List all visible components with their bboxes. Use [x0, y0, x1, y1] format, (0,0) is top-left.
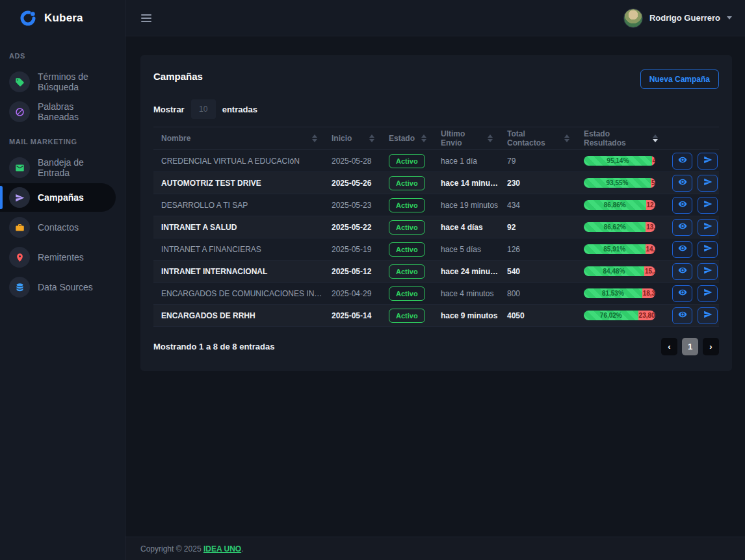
table-row: DESARROLLO A TI SAP 2025-05-23 Activo ha… — [153, 194, 719, 216]
sort-icon — [488, 134, 493, 142]
send-button[interactable] — [698, 219, 718, 236]
results-ok-segment: 95,14% — [584, 156, 652, 166]
column-header[interactable]: Total Contactos — [499, 129, 576, 147]
column-label: Inicio — [332, 134, 352, 143]
cell-inicio: 2025-05-26 — [324, 179, 381, 188]
cell-nombre: ENCARGADOS DE COMUNICACIONES INTERNAS — [153, 289, 324, 298]
send-icon — [703, 310, 712, 321]
sidebar-item-label: Palabras Baneadas — [38, 101, 116, 122]
sort-icon — [564, 134, 569, 142]
send-button[interactable] — [698, 285, 718, 302]
view-button[interactable] — [672, 307, 692, 324]
column-label: Estado Resultados — [584, 129, 649, 147]
cell-total-contactos: 92 — [499, 223, 576, 232]
row-actions — [664, 219, 719, 236]
kubera-logo-icon — [20, 10, 36, 27]
cell-total-contactos: 540 — [499, 267, 576, 276]
view-button[interactable] — [672, 175, 692, 192]
send-icon — [703, 288, 712, 299]
eye-icon — [678, 266, 687, 277]
page-footer: Copyright © 2025 IDEA UNO. — [125, 537, 745, 560]
cell-ultimo-envio: hace 9 minutos — [433, 311, 499, 320]
sidebar-nav: ADS Términos de Búsqueda Palabras Banead… — [0, 36, 125, 303]
send-button[interactable] — [698, 175, 718, 192]
status-badge: Activo — [389, 242, 425, 257]
sort-icon — [421, 134, 426, 142]
view-button[interactable] — [672, 241, 692, 258]
results-fail-segment: 12,9 — [646, 200, 655, 210]
sidebar-item[interactable]: Palabras Baneadas — [0, 97, 116, 126]
sidebar-item[interactable]: Términos de Búsqueda — [0, 68, 116, 96]
view-button[interactable] — [672, 197, 692, 214]
row-actions — [664, 241, 719, 258]
pagination-page-button[interactable]: 1 — [682, 338, 698, 355]
campaigns-card: Campañas Nueva Campaña Mostrar 10 entrad… — [140, 55, 732, 371]
hamburger-menu-icon[interactable] — [141, 14, 151, 22]
send-button[interactable] — [698, 241, 718, 258]
cell-total-contactos: 800 — [499, 289, 576, 298]
showing-entries-text: Mostrando 1 a 8 de 8 entradas — [153, 342, 274, 351]
sort-icon — [653, 134, 658, 142]
eye-icon — [678, 199, 687, 210]
results-ok-segment: 86,86% — [584, 200, 646, 210]
send-button[interactable] — [698, 153, 718, 170]
sidebar-item[interactable]: Campañas — [0, 183, 116, 212]
entries-select[interactable]: 10 — [191, 99, 216, 119]
cell-nombre: ENCARGADOS DE RRHH — [153, 311, 324, 320]
results-progress-bar: 81,53% 18,3 — [584, 288, 655, 298]
view-button[interactable] — [672, 153, 692, 170]
idea-uno-link[interactable]: IDEA UNO — [203, 544, 241, 554]
cell-ultimo-envio: hace 5 días — [433, 245, 499, 254]
cell-nombre: DESARROLLO A TI SAP — [153, 201, 324, 210]
cell-total-contactos: 434 — [499, 201, 576, 210]
results-fail-segment: 13,3 — [646, 222, 655, 232]
sidebar-item[interactable]: Contactos — [0, 213, 116, 242]
send-button[interactable] — [698, 263, 718, 280]
view-button[interactable] — [672, 263, 692, 280]
row-actions — [664, 175, 719, 192]
new-campaign-button[interactable]: Nueva Campaña — [640, 70, 719, 89]
view-button[interactable] — [672, 219, 692, 236]
sidebar-section-label: ADS — [0, 42, 125, 66]
column-header[interactable]: Inicio — [324, 134, 381, 143]
send-button[interactable] — [698, 307, 718, 324]
brand-header[interactable]: Kubera — [0, 0, 125, 36]
user-menu[interactable]: Rodrigo Guerrero — [623, 8, 732, 28]
column-header[interactable]: Estado — [381, 134, 433, 143]
status-badge: Activo — [389, 309, 425, 323]
cell-inicio: 2025-05-12 — [324, 267, 381, 276]
table-row: CREDENCIAL VIRTUAL A EDUCACIóN 2025-05-2… — [153, 150, 719, 172]
column-header[interactable]: Ultimo Envío — [433, 129, 499, 147]
cell-inicio: 2025-05-28 — [324, 157, 381, 166]
send-button[interactable] — [698, 197, 718, 214]
chevron-down-icon — [727, 16, 732, 19]
sidebar-item[interactable]: Remitentes — [0, 243, 116, 272]
sidebar-item-label: Contactos — [38, 222, 79, 233]
results-ok-segment: 85,91% — [584, 244, 646, 254]
cell-total-contactos: 230 — [499, 179, 576, 188]
results-progress-bar: 86,62% 13,3 — [584, 222, 655, 232]
database-icon — [9, 277, 30, 298]
view-button[interactable] — [672, 285, 692, 302]
sidebar-item[interactable]: Data Sources — [0, 273, 116, 301]
results-fail-segment: 4 — [652, 156, 655, 166]
column-header[interactable]: Nombre — [153, 134, 324, 143]
results-ok-segment: 81,53% — [584, 288, 642, 298]
pagination-next-button[interactable]: › — [703, 338, 719, 355]
cell-inicio: 2025-05-19 — [324, 245, 381, 254]
sidebar-item-label: Data Sources — [38, 282, 93, 292]
sidebar-item-label: Campañas — [38, 192, 84, 203]
column-header[interactable]: Estado Resultados — [576, 129, 664, 147]
table-row: INTRANET A FINANCIERAS 2025-05-19 Activo… — [153, 238, 719, 261]
row-actions — [664, 197, 719, 214]
cell-inicio: 2025-05-23 — [324, 201, 381, 210]
inbox-icon — [9, 157, 30, 178]
send-icon — [703, 244, 712, 255]
sidebar-item-label: Bandeja de Entrada — [38, 157, 116, 178]
cell-inicio: 2025-05-14 — [324, 311, 381, 320]
pagination-prev-button[interactable]: ‹ — [661, 338, 677, 355]
status-badge: Activo — [389, 264, 425, 279]
sidebar-item[interactable]: Bandeja de Entrada — [0, 153, 116, 182]
cell-ultimo-envio: hace 1 día — [433, 157, 499, 166]
status-badge: Activo — [389, 220, 425, 235]
